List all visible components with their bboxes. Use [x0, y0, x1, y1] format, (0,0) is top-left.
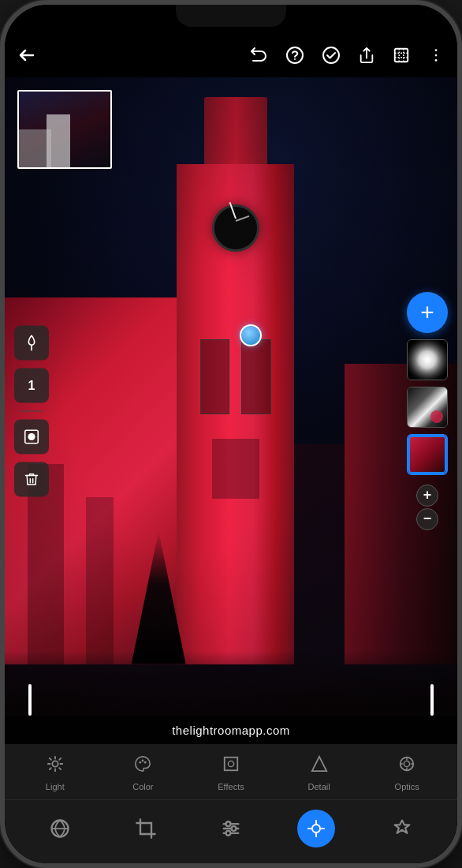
tab-color[interactable]: Color: [99, 755, 188, 791]
invert-mask-button[interactable]: [14, 419, 49, 454]
preset-thumb-2[interactable]: [407, 387, 448, 428]
detail-icon: [311, 755, 328, 777]
svg-line-16: [59, 758, 61, 760]
delete-button[interactable]: [14, 462, 49, 496]
zoom-out-button[interactable]: −: [416, 508, 438, 530]
svg-point-8: [28, 432, 35, 440]
selective-circle: [297, 810, 335, 847]
svg-rect-21: [225, 758, 238, 771]
edit-tabs: Light Color: [5, 744, 457, 800]
bottom-toolbar: [5, 800, 457, 863]
tab-detail[interactable]: Detail: [275, 755, 363, 791]
bottom-area: Light Color: [5, 744, 457, 863]
light-icon: [47, 755, 64, 777]
layer-number: 1: [28, 378, 35, 392]
svg-point-35: [226, 821, 231, 826]
svg-point-4: [435, 49, 438, 51]
optics-label: Optics: [395, 782, 419, 791]
main-photo: thelightroomapp.com: [5, 77, 457, 744]
brush-tool-button[interactable]: [14, 325, 49, 360]
light-label: Light: [46, 782, 65, 791]
effects-icon: [222, 755, 240, 777]
svg-point-38: [312, 825, 320, 832]
svg-rect-3: [395, 49, 408, 62]
help-button[interactable]: [285, 46, 304, 65]
left-panel: 1: [14, 325, 49, 496]
svg-line-15: [59, 768, 61, 769]
image-area[interactable]: thelightroomapp.com 1: [5, 77, 457, 744]
detail-label: Detail: [308, 782, 330, 791]
phone-shell: thelightroomapp.com 1: [0, 0, 462, 868]
top-toolbar-right: [249, 46, 445, 65]
share-button[interactable]: [358, 47, 375, 64]
zoom-in-button[interactable]: +: [416, 485, 438, 507]
tab-light[interactable]: Light: [11, 755, 99, 791]
confirm-button[interactable]: [322, 46, 341, 65]
optics-icon: [398, 755, 415, 777]
svg-point-36: [232, 826, 237, 831]
tab-optics[interactable]: Optics: [363, 755, 451, 791]
svg-point-22: [228, 761, 233, 766]
svg-point-5: [435, 54, 438, 57]
svg-line-14: [50, 758, 51, 760]
crop-handle-left[interactable]: [28, 684, 32, 716]
more-button[interactable]: [427, 47, 445, 64]
phone-inner: thelightroomapp.com 1: [5, 5, 457, 863]
thumb-content: [19, 92, 110, 167]
zoom-controls: + −: [416, 485, 438, 530]
preset-thumb-1[interactable]: [407, 339, 448, 380]
svg-point-9: [52, 761, 58, 766]
svg-marker-23: [311, 757, 326, 771]
preset-thumb-active[interactable]: [407, 434, 448, 475]
effects-label: Effects: [218, 782, 244, 791]
svg-point-0: [287, 47, 303, 63]
svg-line-17: [50, 768, 51, 769]
color-icon: [134, 755, 151, 777]
control-point[interactable]: [240, 324, 262, 346]
right-panel: + + −: [407, 292, 448, 530]
svg-point-18: [140, 761, 142, 764]
color-label: Color: [132, 782, 153, 791]
tab-effects[interactable]: Effects: [187, 755, 275, 791]
svg-point-25: [404, 761, 410, 766]
svg-point-2: [323, 47, 339, 63]
add-icon: +: [420, 301, 434, 324]
crop-tool[interactable]: [127, 810, 165, 847]
top-toolbar: [5, 33, 457, 77]
lens-correction-tool[interactable]: [41, 810, 79, 847]
add-preset-button[interactable]: +: [407, 292, 448, 333]
watermark-bar: thelightroomapp.com: [5, 716, 457, 744]
building-scene: [5, 77, 457, 744]
thumb-tower: [47, 114, 70, 167]
before-thumbnail[interactable]: [17, 90, 112, 169]
svg-point-1: [294, 58, 296, 60]
watermark-text: thelightroomapp.com: [172, 724, 290, 737]
mask-button[interactable]: [393, 47, 410, 64]
layer-number-button[interactable]: 1: [14, 368, 49, 402]
undo-button[interactable]: [249, 46, 268, 65]
vignette: [5, 77, 457, 744]
svg-point-19: [142, 760, 144, 762]
sliders-tool[interactable]: [212, 810, 250, 847]
svg-point-6: [435, 59, 438, 62]
status-bar: [5, 5, 457, 33]
crop-handle-right[interactable]: [430, 684, 434, 716]
svg-point-20: [144, 761, 147, 764]
panel-divider: [20, 410, 43, 411]
back-button[interactable]: [17, 46, 36, 65]
svg-point-37: [226, 831, 231, 836]
selective-tool[interactable]: [297, 810, 335, 847]
heal-tool[interactable]: [383, 810, 421, 847]
